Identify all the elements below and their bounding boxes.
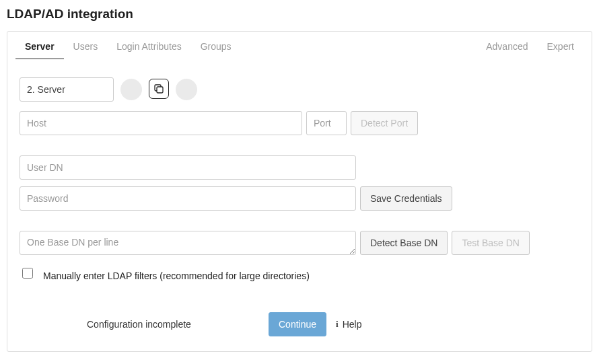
base-dn-input[interactable] [20,231,356,255]
server-select[interactable]: 2. Server [20,77,114,102]
tab-bar: Server Users Login Attributes Groups Adv… [7,32,592,61]
user-dn-input[interactable] [20,155,356,180]
tab-server[interactable]: Server [15,34,64,59]
detect-port-button[interactable]: Detect Port [351,111,418,135]
tab-login-attributes[interactable]: Login Attributes [107,34,191,59]
config-status-text: Configuration incomplete [87,319,269,330]
copy-server-button[interactable] [149,79,169,99]
manual-ldap-filters-checkbox[interactable] [22,268,33,279]
host-input[interactable] [20,111,302,135]
copy-icon [153,83,164,94]
ldap-config-panel: Server Users Login Attributes Groups Adv… [7,31,592,352]
server-select-value: 2. Server [27,84,65,95]
port-input[interactable] [306,111,347,135]
continue-button[interactable]: Continue [269,312,326,336]
test-base-dn-button[interactable]: Test Base DN [452,231,530,255]
detect-base-dn-button[interactable]: Detect Base DN [360,231,448,255]
svg-rect-1 [157,87,163,93]
help-link[interactable]: i Help [336,319,361,330]
info-icon: i [336,319,339,330]
help-label: Help [343,319,362,330]
tab-expert[interactable]: Expert [538,34,584,59]
save-credentials-button[interactable]: Save Credentials [360,186,452,211]
page-title: LDAP/AD integration [7,7,592,22]
next-server-button[interactable] [176,79,197,100]
tab-advanced[interactable]: Advanced [477,34,537,59]
manual-ldap-filters-label: Manually enter LDAP filters (recommended… [43,270,310,281]
prev-server-button[interactable] [120,79,142,100]
tab-groups[interactable]: Groups [191,34,241,59]
tab-users[interactable]: Users [64,34,108,59]
server-tab-content: 2. Server Detect Port [7,61,592,351]
password-input[interactable] [20,186,356,211]
